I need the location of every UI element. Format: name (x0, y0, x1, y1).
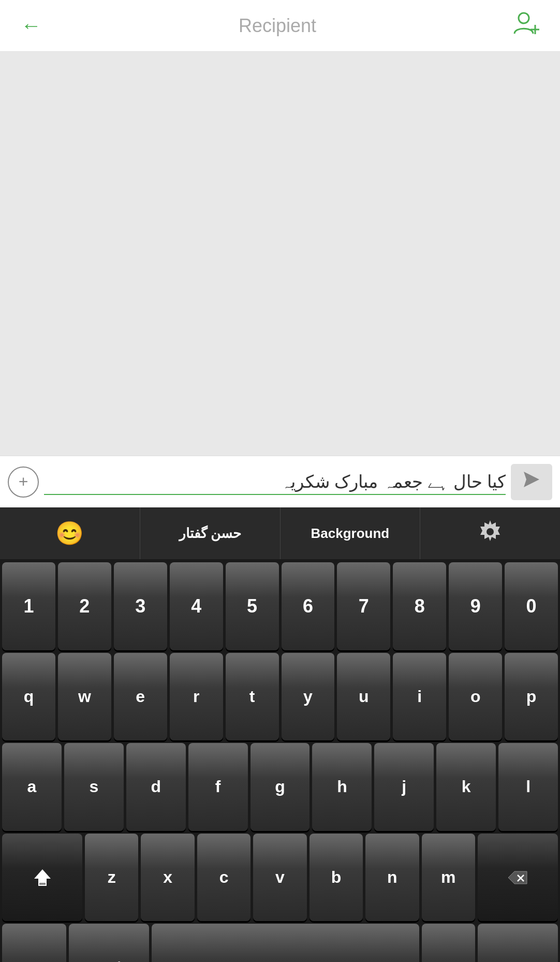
key-a[interactable]: a (2, 743, 62, 831)
back-icon: ← (21, 14, 41, 37)
backspace-key[interactable] (478, 834, 558, 922)
key-w[interactable]: w (58, 653, 111, 741)
back-button[interactable]: ← (16, 9, 47, 42)
key-v[interactable]: v (253, 834, 306, 922)
key-g[interactable]: g (250, 743, 310, 831)
key-3[interactable]: 3 (114, 562, 167, 650)
key-y[interactable]: y (282, 653, 335, 741)
svg-marker-3 (524, 472, 539, 487)
key-z[interactable]: z (85, 834, 138, 922)
key-6[interactable]: 6 (282, 562, 335, 650)
key-0[interactable]: 0 (505, 562, 558, 650)
bottom-row: #@ اردو . (2, 924, 558, 962)
key-u[interactable]: u (337, 653, 390, 741)
key-k[interactable]: k (436, 743, 496, 831)
emoji-icon: 😊 (55, 520, 84, 547)
emoji-button[interactable]: 😊 (0, 507, 140, 559)
enter-key[interactable] (478, 924, 558, 962)
svg-point-0 (519, 13, 529, 23)
message-area (0, 52, 560, 456)
key-t[interactable]: t (226, 653, 279, 741)
husn-guftar-button[interactable]: حسن گفتار (140, 507, 281, 559)
qwerty-row: q w e r t y u i o p (2, 653, 558, 741)
key-8[interactable]: 8 (393, 562, 446, 650)
shift-key[interactable] (2, 834, 82, 922)
send-button[interactable] (511, 464, 552, 500)
key-7[interactable]: 7 (337, 562, 390, 650)
key-5[interactable]: 5 (226, 562, 279, 650)
key-9[interactable]: 9 (449, 562, 502, 650)
key-1[interactable]: 1 (2, 562, 55, 650)
key-q[interactable]: q (2, 653, 55, 741)
key-l[interactable]: l (498, 743, 558, 831)
urdu-key[interactable]: اردو (69, 924, 149, 962)
recipient-label: Recipient (47, 15, 508, 37)
key-i[interactable]: i (393, 653, 446, 741)
husn-guftar-label: حسن گفتار (179, 526, 241, 542)
number-row: 1 2 3 4 5 6 7 8 9 0 (2, 562, 558, 650)
key-r[interactable]: r (170, 653, 223, 741)
key-d[interactable]: d (126, 743, 186, 831)
add-attachment-button[interactable]: + (8, 467, 39, 498)
header: ← Recipient (0, 0, 560, 52)
background-label: Background (311, 526, 390, 542)
symbol-key[interactable]: #@ (2, 924, 66, 962)
keyboard-toolbar: 😊 حسن گفتار Background (0, 507, 560, 559)
settings-button[interactable] (420, 507, 560, 559)
send-icon (521, 469, 542, 494)
key-p[interactable]: p (505, 653, 558, 741)
add-icon: + (19, 472, 28, 491)
key-b[interactable]: b (310, 834, 363, 922)
keyboard: 😊 حسن گفتار Background 1 2 3 4 5 (0, 507, 560, 962)
zxcv-row: z x c v b n m (2, 834, 558, 922)
asdf-row: a s d f g h j k l (2, 743, 558, 831)
key-s[interactable]: s (64, 743, 124, 831)
key-rows: 1 2 3 4 5 6 7 8 9 0 q w e r t y u i o p … (0, 559, 560, 962)
background-button[interactable]: Background (281, 507, 421, 559)
add-user-icon (513, 18, 539, 40)
svg-point-5 (487, 528, 494, 535)
add-user-button[interactable] (508, 5, 544, 46)
key-x[interactable]: x (141, 834, 194, 922)
key-c[interactable]: c (197, 834, 250, 922)
svg-rect-7 (39, 883, 46, 885)
key-h[interactable]: h (312, 743, 372, 831)
key-e[interactable]: e (114, 653, 167, 741)
settings-icon (478, 519, 503, 548)
key-2[interactable]: 2 (58, 562, 111, 650)
key-n[interactable]: n (365, 834, 419, 922)
key-j[interactable]: j (374, 743, 434, 831)
key-4[interactable]: 4 (170, 562, 223, 650)
key-f[interactable]: f (188, 743, 248, 831)
key-o[interactable]: o (449, 653, 502, 741)
input-bar: + (0, 456, 560, 507)
space-key[interactable] (152, 924, 419, 962)
message-input[interactable] (44, 469, 506, 495)
period-key[interactable]: . (422, 924, 475, 962)
key-m[interactable]: m (422, 834, 475, 922)
